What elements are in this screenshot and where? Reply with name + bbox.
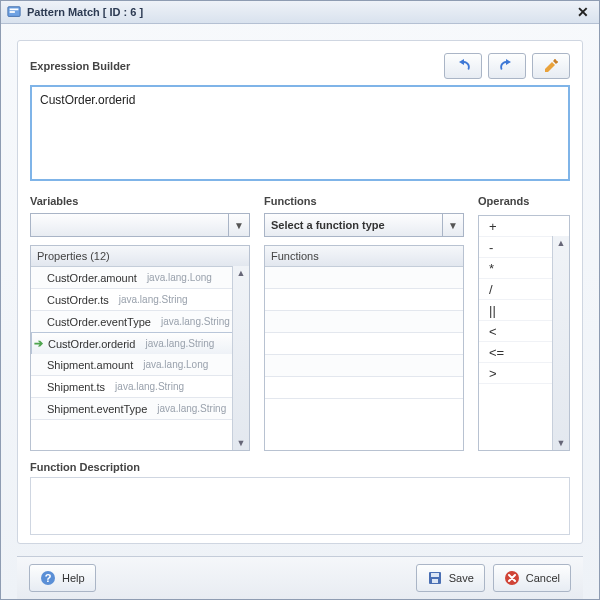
variables-grid: Properties (12) CustOrder.amountjava.lan… (30, 245, 250, 451)
variables-column: Variables ▼ Properties (12) CustOrder.am… (30, 195, 250, 451)
variable-name: CustOrder.eventType (47, 316, 151, 328)
help-button[interactable]: ? Help (29, 564, 96, 592)
variable-row[interactable]: CustOrder.tsjava.lang.String (31, 289, 249, 311)
dialog-footer: ? Help Save Cancel (17, 556, 583, 599)
save-button[interactable]: Save (416, 564, 485, 592)
help-icon: ? (40, 570, 56, 586)
variable-type: java.lang.String (157, 403, 226, 414)
function-row[interactable] (265, 311, 463, 333)
variable-row[interactable]: CustOrder.amountjava.lang.Long (31, 267, 249, 289)
scroll-down-icon[interactable]: ▼ (237, 436, 246, 450)
svg-rect-6 (431, 573, 439, 577)
scroll-up-icon[interactable]: ▲ (237, 266, 246, 280)
variable-type: java.lang.String (115, 381, 184, 392)
variables-scrollbar[interactable]: ▲▼ (232, 266, 249, 450)
operands-column: Operands +-*/||<<=>▲▼ (478, 195, 570, 451)
functions-grid-header: Functions (265, 246, 463, 267)
dialog-window: Pattern Match [ ID : 6 ] ✕ Expression Bu… (0, 0, 600, 600)
variables-dropdown[interactable]: ▼ (30, 213, 250, 237)
scroll-down-icon[interactable]: ▼ (557, 436, 566, 450)
title-bar: Pattern Match [ ID : 6 ] ✕ (1, 1, 599, 24)
cancel-button-label: Cancel (526, 572, 560, 584)
undo-button[interactable] (444, 53, 482, 79)
function-row[interactable] (265, 289, 463, 311)
scroll-up-icon[interactable]: ▲ (557, 236, 566, 250)
variables-grid-body: CustOrder.amountjava.lang.LongCustOrder.… (31, 267, 249, 450)
expression-header-row: Expression Builder (30, 53, 570, 79)
functions-label: Functions (264, 195, 464, 207)
svg-rect-1 (10, 9, 19, 11)
svg-rect-7 (432, 579, 438, 583)
variable-name: Shipment.eventType (47, 403, 147, 415)
svg-text:?: ? (45, 572, 52, 584)
function-row[interactable] (265, 333, 463, 355)
variables-grid-header: Properties (12) (31, 246, 249, 267)
variable-row[interactable]: Shipment.amountjava.lang.Long (31, 354, 249, 376)
operands-scrollbar[interactable]: ▲▼ (552, 236, 569, 450)
variable-row[interactable]: Shipment.eventTypejava.lang.String (31, 398, 249, 420)
main-panel: Expression Builder CustOrder.orderid (17, 40, 583, 544)
expression-textarea[interactable]: CustOrder.orderid (30, 85, 570, 181)
operands-label: Operands (478, 195, 570, 207)
redo-button[interactable] (488, 53, 526, 79)
functions-grid: Functions (264, 245, 464, 451)
variable-name: CustOrder.ts (47, 294, 109, 306)
function-row[interactable] (265, 267, 463, 289)
variable-row[interactable]: CustOrder.eventTypejava.lang.String (31, 311, 249, 333)
functions-dropdown-value: Select a function type (271, 219, 385, 231)
dialog-body: Expression Builder CustOrder.orderid (1, 24, 599, 599)
variable-type: java.lang.Long (143, 359, 208, 370)
close-icon[interactable]: ✕ (573, 4, 593, 20)
save-button-label: Save (449, 572, 474, 584)
variable-type: java.lang.String (161, 316, 230, 327)
function-row[interactable] (265, 377, 463, 399)
cancel-icon (504, 570, 520, 586)
variable-name: Shipment.ts (47, 381, 105, 393)
columns: Variables ▼ Properties (12) CustOrder.am… (30, 195, 570, 451)
function-description-label: Function Description (30, 461, 570, 473)
window-title: Pattern Match [ ID : 6 ] (27, 6, 143, 18)
undo-icon (455, 58, 471, 74)
variable-type: java.lang.Long (147, 272, 212, 283)
save-icon (427, 570, 443, 586)
cancel-button[interactable]: Cancel (493, 564, 571, 592)
variable-row[interactable]: ➔CustOrder.orderidjava.lang.String (31, 332, 249, 355)
variable-type: java.lang.String (119, 294, 188, 305)
variable-name: CustOrder.orderid (48, 338, 135, 350)
function-description-box (30, 477, 570, 535)
svg-rect-2 (10, 11, 15, 13)
variable-name: Shipment.amount (47, 359, 133, 371)
variable-type: java.lang.String (145, 338, 214, 349)
chevron-down-icon: ▼ (442, 214, 463, 236)
chevron-down-icon: ▼ (228, 214, 249, 236)
variable-row[interactable]: Shipment.tsjava.lang.String (31, 376, 249, 398)
pencil-icon (543, 58, 559, 74)
row-selected-icon: ➔ (34, 337, 48, 350)
functions-dropdown[interactable]: Select a function type ▼ (264, 213, 464, 237)
function-row[interactable] (265, 355, 463, 377)
redo-icon (499, 58, 515, 74)
operand-item[interactable]: + (479, 216, 569, 237)
variables-label: Variables (30, 195, 250, 207)
help-button-label: Help (62, 572, 85, 584)
functions-grid-body (265, 267, 463, 450)
operands-list: +-*/||<<=>▲▼ (478, 215, 570, 451)
edit-button[interactable] (532, 53, 570, 79)
toolbar (444, 53, 570, 79)
app-icon (7, 5, 21, 19)
variable-name: CustOrder.amount (47, 272, 137, 284)
functions-column: Functions Select a function type ▼ Funct… (264, 195, 464, 451)
expression-builder-label: Expression Builder (30, 60, 130, 72)
